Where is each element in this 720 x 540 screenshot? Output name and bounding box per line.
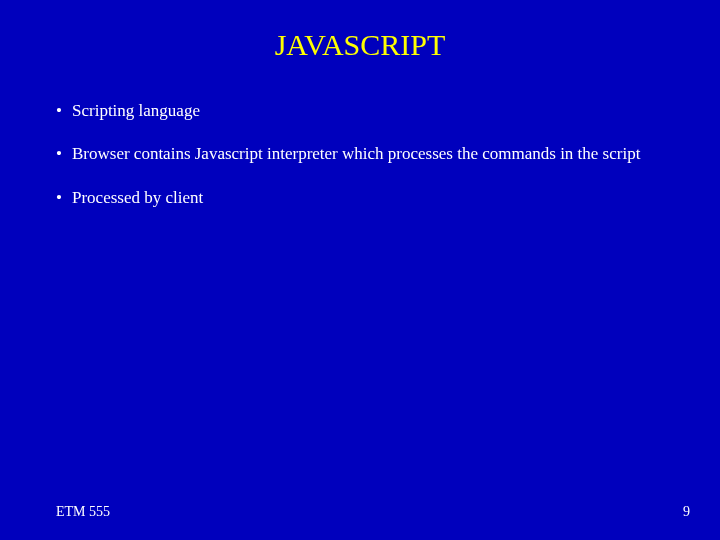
list-item: • Processed by client (56, 187, 664, 208)
bullet-text: Scripting language (72, 100, 200, 121)
bullet-text: Browser contains Javascript interpreter … (72, 143, 640, 164)
list-item: • Browser contains Javascript interprete… (56, 143, 664, 164)
slide-title: JAVASCRIPT (0, 0, 720, 62)
list-item: • Scripting language (56, 100, 664, 121)
bullet-text: Processed by client (72, 187, 203, 208)
bullet-icon: • (56, 100, 72, 121)
footer-left: ETM 555 (56, 504, 110, 520)
bullet-icon: • (56, 143, 72, 164)
bullet-icon: • (56, 187, 72, 208)
slide-content: • Scripting language • Browser contains … (0, 62, 720, 208)
page-number: 9 (683, 504, 690, 520)
